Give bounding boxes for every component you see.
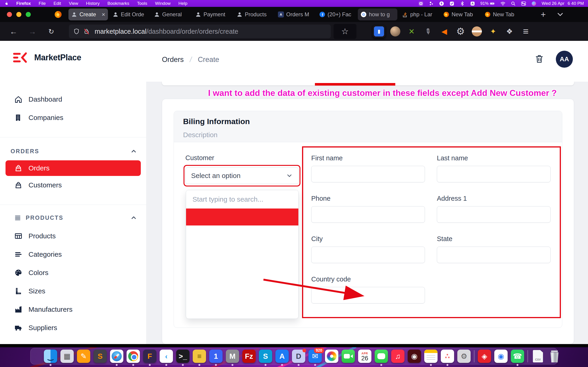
- dock-hotspot-shield[interactable]: ◉: [494, 350, 508, 363]
- sidebar-item-dashboard[interactable]: Dashboard: [0, 90, 146, 108]
- forward-button[interactable]: →: [27, 26, 38, 37]
- url-bar[interactable]: marketplace.local/dashboard/order/orders…: [69, 25, 331, 38]
- dock-finder[interactable]: [44, 350, 57, 363]
- sidebar-item-customers[interactable]: Customers: [0, 176, 146, 194]
- siri-icon[interactable]: [531, 1, 536, 6]
- tools-menu[interactable]: Tools: [137, 1, 147, 6]
- edit-menu[interactable]: Edit: [53, 1, 61, 6]
- sidebar-item-suppliers[interactable]: Suppliers: [0, 319, 146, 337]
- menu-hamburger-icon[interactable]: ≡: [519, 25, 532, 38]
- dock-filezilla[interactable]: Fz: [242, 350, 256, 363]
- dock-terminal[interactable]: >_: [176, 350, 190, 363]
- tab-orders-m[interactable]: A Orders M: [275, 8, 315, 20]
- dropdown-search-input[interactable]: [186, 190, 298, 209]
- dock-sublime-text[interactable]: S: [94, 350, 107, 363]
- extensions-puzzle-icon[interactable]: ❖: [503, 25, 516, 38]
- bluetooth-icon[interactable]: [460, 1, 465, 6]
- dock-mamp[interactable]: M: [226, 350, 239, 363]
- option-ali-3[interactable]: [186, 244, 298, 262]
- option-ali-2[interactable]: [186, 225, 298, 244]
- gear-extension-icon[interactable]: ⚙: [454, 25, 467, 38]
- sidebar-item-sizes[interactable]: Sizes: [0, 282, 146, 300]
- tab-php[interactable]: php - Lar: [399, 8, 439, 20]
- tab-facebook[interactable]: f (20+) Fac: [317, 8, 356, 20]
- dock-launchpad[interactable]: ▦: [61, 350, 74, 363]
- dock-item[interactable]: [527, 350, 528, 362]
- account-avatar-icon[interactable]: [389, 25, 402, 38]
- help-menu[interactable]: Help: [179, 1, 187, 6]
- view-menu[interactable]: View: [69, 1, 78, 6]
- sidebar-entry[interactable]: [0, 205, 146, 205]
- history-menu[interactable]: History: [86, 1, 100, 6]
- spotlight-icon[interactable]: [510, 1, 516, 6]
- new-tab-button[interactable]: +: [538, 9, 548, 20]
- lock-slash-icon[interactable]: [83, 28, 90, 35]
- tab-how-to[interactable]: G how to g: [358, 8, 397, 20]
- trash-button[interactable]: [532, 52, 546, 66]
- reload-button[interactable]: ↻: [46, 26, 57, 37]
- file-menu[interactable]: File: [39, 1, 46, 6]
- dock-facetime[interactable]: [342, 350, 355, 363]
- chevron-up-icon[interactable]: [130, 148, 137, 155]
- control-center-icon[interactable]: [521, 1, 526, 6]
- tab-close-icon[interactable]: ×: [102, 11, 105, 18]
- screen-record-icon[interactable]: [418, 1, 424, 6]
- dock-calendar[interactable]: APR26: [358, 350, 372, 363]
- option-hassan[interactable]: [186, 281, 298, 299]
- dock-trash[interactable]: [548, 350, 561, 363]
- back-button[interactable]: ←: [8, 26, 19, 37]
- menubar-clock[interactable]: Wed 26 Apr 6 40 PM: [542, 1, 584, 6]
- sidebar-item-categories[interactable]: Categories: [0, 245, 146, 264]
- dock-system-settings[interactable]: ⚙: [457, 350, 471, 363]
- option-ali-1[interactable]: [186, 209, 298, 225]
- extension-x-icon[interactable]: ×: [405, 25, 418, 38]
- sidebar-item-orders[interactable]: Orders: [6, 160, 141, 176]
- option-add-new-customer[interactable]: [186, 299, 298, 317]
- dock-safari[interactable]: [110, 350, 123, 363]
- tab-new-1[interactable]: New Tab: [441, 8, 480, 20]
- dock-asana[interactable]: ∴: [441, 350, 454, 363]
- sidebar-section-products[interactable]: PRODUCTS: [0, 209, 146, 227]
- sidebar-item-manufacturers[interactable]: Manufacturers: [0, 300, 146, 319]
- dock-skype[interactable]: S: [259, 350, 272, 363]
- firefox-menu[interactable]: Firefox: [16, 1, 31, 6]
- dock-whatsapp[interactable]: ☎: [511, 350, 524, 363]
- sidebar-item-products[interactable]: Products: [0, 227, 146, 245]
- chevron-up-icon[interactable]: [130, 214, 137, 221]
- window-menu[interactable]: Window: [155, 1, 171, 6]
- input-source-icon[interactable]: A: [470, 1, 475, 6]
- dock-1password[interactable]: 1: [209, 350, 223, 363]
- dock-mail[interactable]: ✉ 920: [309, 350, 322, 363]
- relay-extension-icon[interactable]: ✦: [487, 25, 500, 38]
- window-minimize-button[interactable]: [16, 12, 21, 17]
- blue-extension-icon[interactable]: ▮: [372, 25, 385, 38]
- dock-firefox[interactable]: F: [143, 350, 156, 363]
- dock-pages[interactable]: ✎: [77, 350, 90, 363]
- option-ali-4[interactable]: [186, 262, 298, 281]
- bookmark-star-icon[interactable]: ☆: [334, 24, 356, 39]
- dock-app-store[interactable]: A: [275, 350, 289, 363]
- bookmarks-menu[interactable]: Bookmarks: [107, 1, 129, 6]
- flash-icon[interactable]: [439, 1, 444, 6]
- pen-extension-icon[interactable]: ✎: [422, 25, 434, 38]
- list-all-tabs-button[interactable]: [556, 10, 565, 19]
- dock-notes[interactable]: [424, 350, 438, 363]
- dock-red-diamond-app[interactable]: ◈: [478, 350, 491, 363]
- dock-chrome[interactable]: [127, 350, 140, 363]
- sidebar-section-orders[interactable]: ORDERS: [0, 142, 146, 160]
- user-avatar[interactable]: AA: [556, 51, 573, 68]
- dock-record-player[interactable]: ◉: [408, 350, 421, 363]
- window-close-button[interactable]: [7, 12, 12, 17]
- face-extension-icon[interactable]: [470, 25, 483, 38]
- tab-general[interactable]: General: [151, 8, 191, 20]
- sidebar-item-colors[interactable]: Colors: [0, 264, 146, 282]
- dock-discord[interactable]: D: [292, 350, 305, 363]
- sidebar-item-companies[interactable]: Companies: [0, 108, 146, 127]
- tab-products[interactable]: Products: [234, 8, 273, 20]
- sidebar-entry[interactable]: [0, 137, 146, 137]
- tab-payment[interactable]: Payment: [192, 8, 232, 20]
- users-icon[interactable]: [429, 1, 434, 6]
- dock-music[interactable]: ♫: [391, 350, 405, 363]
- shield-icon[interactable]: [73, 28, 80, 35]
- window-zoom-button[interactable]: [26, 12, 31, 17]
